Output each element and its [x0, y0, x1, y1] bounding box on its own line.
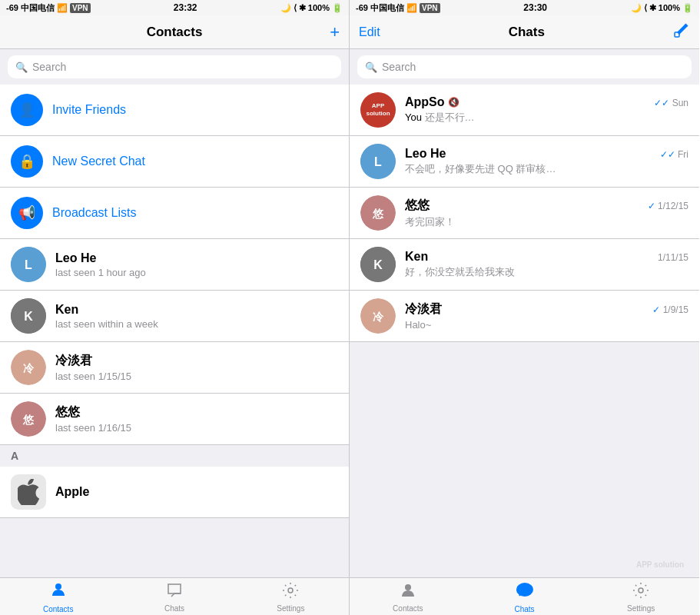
chat-top-youyou: 悠悠 ✓ 1/12/15	[405, 198, 688, 214]
chat-name-youyou: 悠悠	[405, 198, 430, 214]
svg-point-19	[405, 584, 411, 590]
compose-button[interactable]	[673, 22, 690, 42]
contacts-nav-bar: Contacts +	[0, 15, 349, 49]
svg-text:K: K	[24, 310, 33, 323]
chats-nav-bar: Edit Chats	[350, 15, 699, 49]
right-search-bar[interactable]: 🔍 Search	[357, 55, 692, 78]
contact-info-youyou: 悠悠 last seen 1/16/15	[55, 404, 338, 434]
contact-info-leo: Leo He last seen 1 hour ago	[55, 251, 338, 278]
right-vpn-badge: VPN	[420, 3, 440, 13]
broadcast-lists-item[interactable]: 📢 Broadcast Lists	[0, 188, 349, 239]
right-settings-tab-icon	[632, 581, 650, 603]
chat-top-lendan: 冷淡君 ✓ 1/9/15	[405, 301, 688, 317]
settings-tab-icon-left	[281, 581, 300, 603]
contact-name-leo: Leo He	[55, 251, 338, 265]
left-search-bar[interactable]: 🔍 Search	[8, 55, 341, 78]
contacts-panel: -69 中国电信 📶 VPN 23:32 🌙 ⟨ ✱ 100% 🔋 Contac…	[0, 0, 350, 615]
avatar-leohe: L	[360, 144, 396, 179]
contact-sub-leng: last seen 1/15/15	[55, 371, 338, 382]
chats-nav-title: Chats	[509, 25, 545, 40]
right-status-bar: -69 中国电信 📶 VPN 23:30 🌙 ⟨ ✱ 100% 🔋	[350, 0, 699, 15]
left-tab-contacts-label: Contacts	[43, 605, 73, 613]
mute-icon-appso: 🔇	[448, 97, 459, 108]
left-wifi-icon: 📶	[57, 3, 68, 13]
chat-bottom-appso: You 还是不行…	[405, 111, 688, 125]
chat-name-ken: Ken	[405, 250, 428, 264]
contact-youyou[interactable]: 悠 悠悠 last seen 1/16/15	[0, 394, 349, 445]
new-secret-chat-label: New Secret Chat	[52, 155, 145, 168]
right-search-placeholder: Search	[382, 61, 416, 73]
section-header-a: A	[0, 445, 349, 467]
right-tab-bar: Contacts Chats Settings	[350, 577, 699, 615]
contact-leng[interactable]: 冷 冷淡君 last seen 1/15/15	[0, 342, 349, 394]
chat-top-appso: AppSo 🔇 ✓✓ Sun	[405, 95, 688, 109]
right-search-container: 🔍 Search	[350, 49, 699, 85]
chat-time-appso: ✓✓ Sun	[654, 98, 688, 108]
new-secret-chat-item[interactable]: 🔒 New Secret Chat	[0, 136, 349, 188]
left-bt-icon: ✱	[299, 3, 306, 13]
right-tab-settings[interactable]: Settings	[582, 578, 699, 615]
chat-bottom-lendan: Halo~	[405, 319, 688, 331]
chats-panel: -69 中国电信 📶 VPN 23:30 🌙 ⟨ ✱ 100% 🔋 Edit C…	[350, 0, 699, 615]
right-contacts-tab-icon	[399, 581, 417, 603]
chat-youyou[interactable]: 悠 悠悠 ✓ 1/12/15 考完回家！	[350, 188, 699, 239]
contact-ken[interactable]: K Ken last seen within a week	[0, 291, 349, 342]
chat-name-leohe: Leo He	[405, 147, 446, 161]
contact-info-leng: 冷淡君 last seen 1/15/15	[55, 353, 338, 382]
chat-leohe[interactable]: L Leo He ✓✓ Fri 不会吧，好像要先进 QQ 群审核…	[350, 136, 699, 188]
left-search-container: 🔍 Search	[0, 49, 349, 85]
contact-name-ken: Ken	[55, 303, 338, 317]
add-contact-button[interactable]: +	[330, 22, 340, 42]
right-tab-chats-label: Chats	[514, 605, 534, 613]
avatar-leo: L	[11, 247, 46, 282]
right-tab-contacts-label: Contacts	[393, 604, 423, 613]
invite-icon: 👤	[11, 94, 43, 126]
svg-text:悠: 悠	[372, 208, 384, 220]
contact-sub-youyou: last seen 1/16/15	[55, 422, 338, 434]
right-moon-icon: 🌙	[631, 3, 642, 13]
left-tab-contacts[interactable]: Contacts	[0, 578, 116, 615]
invite-friends-label: Invite Friends	[52, 103, 126, 117]
left-search-icon: 🔍	[15, 62, 28, 73]
broadcast-lists-label: Broadcast Lists	[52, 206, 136, 220]
avatar-ken: K	[11, 298, 46, 334]
chat-info-youyou: 悠悠 ✓ 1/12/15 考完回家！	[405, 198, 688, 229]
contacts-nav-title: Contacts	[119, 25, 229, 40]
right-battery-icon: 🔋	[682, 3, 693, 13]
right-tab-contacts[interactable]: Contacts	[350, 578, 466, 615]
watermark: APP solution	[636, 560, 684, 569]
right-signal: -69 中国电信	[356, 2, 404, 14]
leo-avatar-image: L	[11, 247, 46, 282]
chat-ken[interactable]: K Ken 1/11/15 好，你没空就丢给我来改	[350, 239, 699, 291]
avatar-youyou: 悠	[11, 401, 46, 437]
contact-leo[interactable]: L Leo He last seen 1 hour ago	[0, 239, 349, 291]
left-moon-icon: 🌙	[280, 3, 291, 13]
left-status-bar: -69 中国电信 📶 VPN 23:32 🌙 ⟨ ✱ 100% 🔋	[0, 0, 349, 15]
svg-point-20	[516, 583, 533, 597]
avatar-appso: APPsolution	[360, 92, 396, 128]
chat-appso[interactable]: APPsolution AppSo 🔇 ✓✓ Sun You	[350, 85, 699, 136]
left-search-placeholder: Search	[32, 61, 66, 73]
contact-sub-ken: last seen within a week	[55, 318, 338, 330]
left-location-icon: ⟨	[294, 3, 297, 13]
chat-bottom-leohe: 不会吧，好像要先进 QQ 群审核…	[405, 162, 688, 176]
compose-icon	[673, 22, 690, 38]
chat-lendan[interactable]: 冷 冷淡君 ✓ 1/9/15 Halo~	[350, 291, 699, 342]
invite-friends-item[interactable]: 👤 Invite Friends	[0, 85, 349, 136]
secret-icon: 🔒	[11, 145, 43, 178]
left-tab-settings[interactable]: Settings	[233, 578, 349, 615]
contact-info-ken: Ken last seen within a week	[55, 303, 338, 330]
avatar-lendan-chat: 冷	[360, 298, 396, 334]
right-search-icon: 🔍	[365, 62, 377, 73]
chat-name-lendan: 冷淡君	[405, 301, 442, 317]
svg-text:L: L	[25, 258, 32, 271]
right-status-left: -69 中国电信 📶 VPN	[356, 2, 440, 14]
right-tab-chats[interactable]: Chats	[466, 578, 583, 615]
left-status-left: -69 中国电信 📶 VPN	[6, 2, 91, 14]
broadcast-icon: 📢	[11, 197, 43, 229]
edit-button[interactable]: Edit	[359, 25, 380, 39]
left-battery: 100%	[308, 3, 330, 12]
left-tab-chats[interactable]: Chats	[116, 578, 232, 615]
apple-item[interactable]: Apple	[0, 467, 349, 518]
chat-time-leohe: ✓✓ Fri	[660, 149, 688, 160]
